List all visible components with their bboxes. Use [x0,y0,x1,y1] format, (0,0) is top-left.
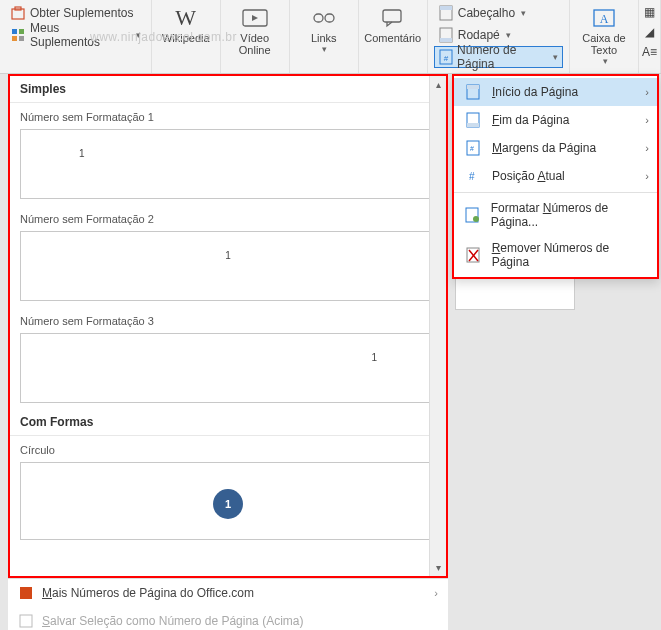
mais-numeros-office-button[interactable]: Mais Números de Página do Office.com › [8,579,448,607]
chevron-down-icon: ▾ [521,8,526,18]
rodape-label: Rodapé [458,28,500,42]
numero-pagina-label: Número de Página [457,43,547,71]
gallery-item-label: Número sem Formatação 2 [10,205,446,229]
save-icon [18,613,34,629]
textbox-icon: A [592,4,616,32]
numero-pagina-submenu: Início da Página › Fim da Página › # Mar… [452,74,659,279]
store-icon [10,5,26,21]
gallery-preview-4[interactable]: 1 [20,462,436,540]
chevron-right-icon: › [645,142,649,154]
wikipedia-icon: W [175,4,196,32]
gallery-preview-3[interactable]: 1 [20,333,436,403]
meus-suplementos-label: Meus Suplementos [30,21,130,49]
ribbon: Obter Suplementos Meus Suplementos ▾ W W… [0,0,661,74]
chevron-right-icon: › [645,114,649,126]
extra-button-3[interactable]: A≡ [641,42,658,62]
video-icon [242,4,268,32]
svg-text:#: # [444,54,449,63]
svg-rect-4 [12,36,17,41]
scroll-up-icon[interactable]: ▴ [430,76,446,93]
caixa-texto-button[interactable]: A Caixa de Texto ▾ [576,2,632,68]
gallery-scrollbar[interactable]: ▴ ▾ [429,76,446,576]
fim-pagina-menuitem[interactable]: Fim da Página › [454,106,657,134]
scroll-down-icon[interactable]: ▾ [430,559,446,576]
video-online-button[interactable]: Vídeo Online [227,2,283,58]
svg-rect-2 [12,29,17,34]
formatar-numeros-menuitem[interactable]: Formatar Números de Página... [454,195,657,235]
svg-rect-10 [383,10,401,22]
gallery-preview-2[interactable]: 1 [20,231,436,301]
remove-icon [464,247,482,263]
gallery-category-simples: Simples [10,76,446,103]
menu-label: Remover Números de Página [492,241,647,269]
extra-button-1[interactable]: ▦ [641,2,658,22]
wikipedia-label: Wikipedia [162,32,210,44]
parts-icon: ▦ [644,5,655,19]
mais-numeros-label: Mais Números de Página do Office.com [42,586,254,600]
remover-numeros-menuitem[interactable]: Remover Números de Página [454,235,657,275]
video-online-label: Vídeo Online [233,32,277,56]
obter-suplementos-label: Obter Suplementos [30,6,133,20]
link-icon [312,4,336,32]
office-icon [18,585,34,601]
svg-rect-8 [314,14,323,22]
inicio-pagina-menuitem[interactable]: Início da Página › [454,78,657,106]
chevron-down-icon: ▾ [553,52,558,62]
page-number-gallery: Simples Número sem Formatação 1 1 Número… [8,74,448,578]
svg-rect-24 [467,123,479,127]
format-icon [464,207,481,223]
menu-label: Início da Página [492,85,578,99]
svg-rect-22 [467,85,479,89]
chevron-right-icon: › [645,86,649,98]
page-number-sample: 1 [371,352,377,363]
menu-label: Formatar Números de Página... [491,201,647,229]
meus-suplementos-button[interactable]: Meus Suplementos ▾ [6,24,145,46]
cabecalho-label: Cabeçalho [458,6,515,20]
gallery-item-label: Círculo [10,436,446,460]
svg-rect-19 [20,587,32,599]
menu-label: Margens da Página [492,141,596,155]
chevron-down-icon: ▾ [506,30,511,40]
gallery-category-formas: Com Formas [10,409,446,436]
svg-rect-12 [440,6,452,10]
svg-text:A: A [600,12,609,26]
salvar-selecao-button: Salvar Seleção como Número de Página (Ac… [8,607,448,630]
gallery-item-label: Número sem Formatação 1 [10,103,446,127]
numero-pagina-button[interactable]: # Número de Página ▾ [434,46,563,68]
addins-icon [10,27,26,43]
page-bottom-icon [464,112,482,128]
chevron-down-icon: ▾ [322,44,327,54]
gallery-footer: Mais Números de Página do Office.com › S… [8,578,448,630]
header-icon [438,5,454,21]
svg-rect-5 [19,36,24,41]
links-label: Links [311,32,337,44]
page-number-circle: 1 [213,489,243,519]
menu-label: Fim da Página [492,113,569,127]
chevron-right-icon: › [434,587,438,599]
page-number-sample: 1 [79,148,85,159]
extra-button-2[interactable]: ◢ [641,22,658,42]
page-number-sample: 1 [225,250,231,261]
cursor-icon: # [464,168,482,184]
svg-marker-7 [252,15,258,21]
gallery-item-label: Número sem Formatação 3 [10,307,446,331]
menu-label: Posição Atual [492,169,565,183]
svg-text:#: # [470,145,474,152]
page-top-icon [464,84,482,100]
cabecalho-button[interactable]: Cabeçalho ▾ [434,2,563,24]
links-button[interactable]: Links ▾ [296,2,352,56]
page-margin-icon: # [464,140,482,156]
wordart-icon: ◢ [645,25,654,39]
svg-text:#: # [469,171,475,182]
comment-icon [381,4,405,32]
comentario-label: Comentário [364,32,421,44]
dropcap-icon: A≡ [642,45,657,59]
gallery-preview-1[interactable]: 1 [20,129,436,199]
svg-rect-9 [325,14,334,22]
wikipedia-button[interactable]: W Wikipedia [158,2,214,46]
comentario-button[interactable]: Comentário [365,2,421,46]
posicao-atual-menuitem[interactable]: # Posição Atual › [454,162,657,190]
margens-pagina-menuitem[interactable]: # Margens da Página › [454,134,657,162]
svg-rect-14 [440,38,452,42]
svg-rect-20 [20,615,32,627]
